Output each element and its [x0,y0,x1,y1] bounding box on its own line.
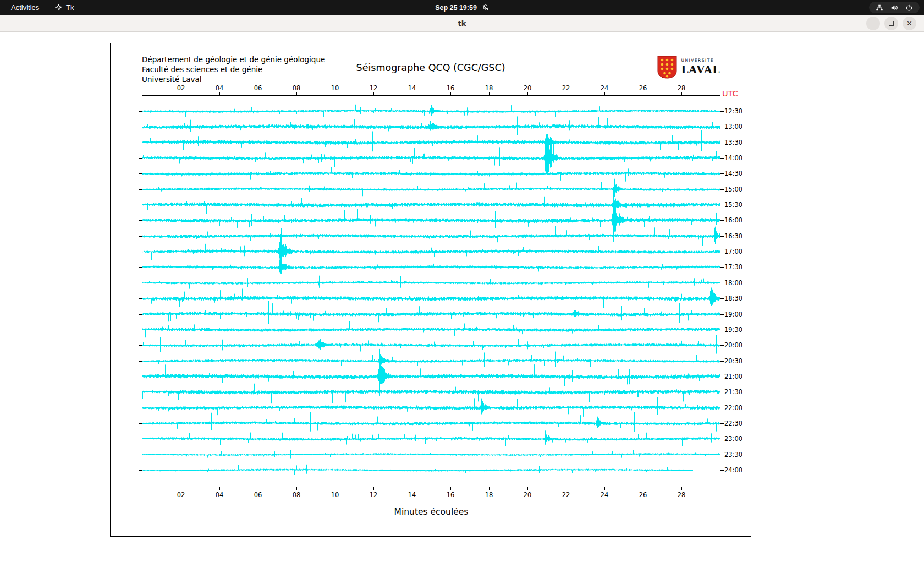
x-tick-mark-bottom [643,487,644,490]
x-tick-mark-bottom [489,487,490,490]
row-tick-mark-right [721,267,724,268]
x-tick-mark-bottom [450,487,451,490]
x-tick-label-bottom: 04 [212,491,227,499]
x-tick-mark-top [335,92,336,95]
x-tick-mark-bottom [527,487,528,490]
row-tick-mark-left [139,283,142,283]
x-tick-label-top: 04 [212,84,227,92]
row-time-label: 20:30 [724,357,743,365]
row-tick-mark-left [139,267,142,268]
system-tray[interactable] [869,2,920,13]
row-tick-mark-left [139,392,142,392]
tk-app-indicator[interactable]: Tk [55,0,74,15]
row-time-label: 19:30 [724,326,743,334]
plot-frame [142,95,721,487]
x-tick-label-top: 28 [674,84,689,92]
row-time-label: 12:30 [724,107,743,115]
laval-logo: UNIVERSITÉ LAVAL [657,56,720,81]
row-tick-mark-left [139,377,142,377]
utc-label: UTC [722,89,738,98]
x-tick-mark-top [604,92,605,95]
clock-label: Sep 25 19:59 [435,4,477,12]
row-tick-mark-right [721,330,724,330]
x-axis-label: Minutes écoulées [142,507,721,517]
row-tick-mark-right [721,173,724,174]
x-tick-label-bottom: 08 [289,491,304,499]
row-time-label: 17:30 [724,263,743,271]
row-time-label: 23:00 [724,435,743,443]
institution-line-3: Université Laval [142,74,325,84]
x-tick-mark-top [566,92,566,95]
x-tick-label-top: 08 [289,84,304,92]
row-tick-mark-left [139,158,142,159]
row-tick-mark-right [721,236,724,237]
laval-shield-icon [657,56,677,81]
row-time-label: 15:00 [724,186,743,193]
row-tick-mark-left [139,111,142,112]
row-time-label: 13:30 [724,139,743,146]
x-tick-label-top: 12 [366,84,381,92]
row-tick-mark-left [139,205,142,205]
row-time-label: 19:00 [724,310,743,318]
volume-icon [890,4,898,12]
x-tick-mark-top [258,92,258,95]
row-tick-mark-right [721,423,724,424]
row-time-label: 20:00 [724,341,743,349]
clock-group[interactable]: Sep 25 19:59 [435,0,489,15]
row-tick-mark-right [721,189,724,190]
x-tick-label-bottom: 26 [635,491,651,499]
row-tick-mark-left [139,439,142,439]
x-tick-mark-bottom [219,487,220,490]
x-tick-mark-bottom [373,487,374,490]
activities-button[interactable]: Activities [7,0,43,15]
row-time-label: 14:30 [724,170,743,177]
x-tick-mark-top [489,92,490,95]
row-tick-mark-right [721,127,724,127]
x-tick-mark-bottom [604,487,605,490]
maximize-button[interactable] [884,17,898,30]
row-tick-mark-right [721,377,724,377]
row-tick-mark-left [139,236,142,237]
row-time-label: 15:30 [724,201,743,209]
row-tick-mark-right [721,143,724,143]
row-tick-mark-left [139,408,142,408]
x-tick-mark-top [450,92,451,95]
row-tick-mark-right [721,111,724,112]
x-tick-label-bottom: 06 [250,491,266,499]
row-tick-mark-right [721,283,724,283]
row-time-label: 22:00 [724,404,743,412]
x-tick-label-bottom: 16 [443,491,458,499]
row-tick-mark-left [139,455,142,455]
logo-text-top: UNIVERSITÉ [681,58,720,63]
row-tick-mark-left [139,314,142,315]
x-tick-mark-bottom [181,487,182,490]
close-button[interactable]: ✕ [903,17,916,30]
window-content: Département de géologie et de génie géol… [0,32,924,578]
row-tick-mark-right [721,392,724,392]
x-tick-label-top: 06 [250,84,266,92]
row-tick-mark-right [721,220,724,221]
row-tick-mark-left [139,143,142,143]
minimize-button[interactable] [866,17,880,30]
x-tick-label-bottom: 12 [366,491,381,499]
notifications-muted-icon [482,4,489,11]
x-tick-label-top: 14 [404,84,420,92]
row-time-label: 17:00 [724,248,743,255]
top-bar: Activities Tk Sep 25 19:59 [0,0,924,15]
x-tick-mark-top [181,92,182,95]
row-tick-mark-left [139,127,142,127]
x-tick-label-top: 24 [597,84,612,92]
x-tick-mark-bottom [296,487,297,490]
x-tick-mark-bottom [412,487,413,490]
seismograph-panel: Département de géologie et de génie géol… [110,43,751,537]
x-tick-mark-top [296,92,297,95]
row-tick-mark-left [139,189,142,190]
x-tick-label-bottom: 18 [481,491,497,499]
x-tick-mark-bottom [566,487,566,490]
x-tick-mark-top [219,92,220,95]
title-bar: tk ✕ [0,15,924,32]
row-time-label: 18:30 [724,295,743,302]
row-tick-mark-left [139,173,142,174]
x-tick-label-top: 26 [635,84,651,92]
tk-app-label: Tk [66,3,74,12]
